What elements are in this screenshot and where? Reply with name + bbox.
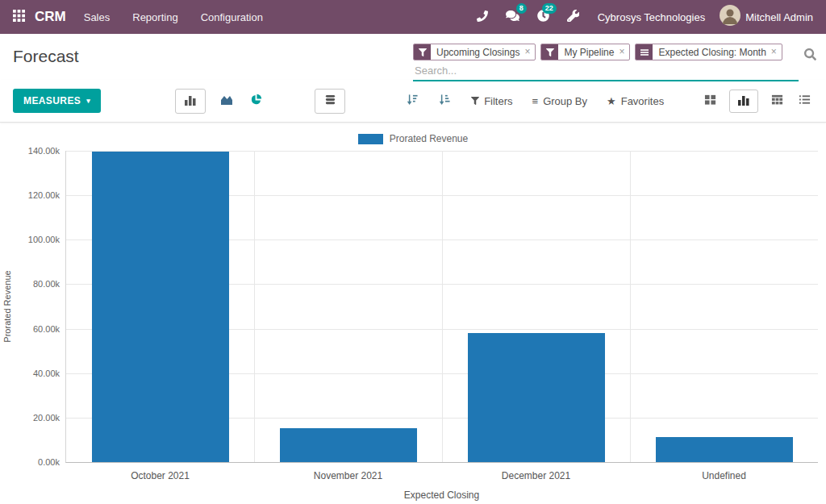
search-magnifier-button[interactable] — [803, 47, 818, 65]
facet-upcoming-closings: Upcoming Closings × — [413, 44, 536, 60]
search-facets: Upcoming Closings × My Pipeline × Expect… — [413, 44, 799, 60]
gridline-vertical — [442, 151, 443, 462]
bar-undefined[interactable] — [656, 437, 793, 462]
star-icon: ★ — [607, 95, 616, 107]
group-by-button[interactable]: ≡ Group By — [532, 95, 588, 107]
x-axis-category-label: December 2021 — [442, 470, 630, 481]
gridline-vertical — [630, 151, 631, 462]
measures-label: MEASURES — [23, 95, 81, 106]
kanban-grid-icon — [704, 94, 716, 108]
search-options-group: Filters ≡ Group By ★ Favorites — [471, 95, 664, 107]
pivot-table-icon — [771, 94, 783, 108]
area-chart-button[interactable] — [218, 91, 236, 110]
support-tools-button[interactable] — [560, 5, 586, 29]
bar-chart-button[interactable] — [175, 89, 206, 114]
facet-label: My Pipeline — [558, 47, 618, 58]
messages-button[interactable]: 8 — [499, 5, 527, 29]
measures-button[interactable]: MEASURES ▾ — [13, 89, 101, 113]
y-axis-tick-label: 60.00k — [19, 323, 60, 335]
sort-descending-button[interactable] — [403, 91, 421, 110]
pie-chart-button[interactable] — [248, 91, 265, 110]
app-name[interactable]: CRM — [35, 9, 66, 25]
y-axis-tick-label: 20.00k — [19, 412, 60, 423]
bar-chart-icon — [184, 94, 197, 109]
sort-descending-icon — [406, 94, 419, 108]
facet-label: Expected Closing: Month — [653, 47, 770, 58]
bar-november-2021[interactable] — [280, 428, 417, 462]
apps-menu-button[interactable] — [8, 5, 30, 29]
top-navbar: CRM Sales Reporting Configuration 8 — [0, 0, 826, 34]
graph-view: Prorated Revenue Prorated Revenue 0.00k2… — [0, 123, 826, 504]
legend-swatch — [358, 134, 383, 144]
stacked-bars-icon — [324, 94, 336, 109]
facet-remove-button[interactable]: × — [770, 44, 782, 60]
facet-expected-closing-month: Expected Closing: Month × — [635, 44, 782, 60]
x-axis-category-label: November 2021 — [254, 470, 442, 481]
gridline-vertical — [254, 151, 255, 462]
messages-badge: 8 — [516, 3, 527, 14]
view-switcher — [702, 90, 813, 113]
main-menu: Sales Reporting Configuration — [73, 2, 274, 33]
plot-area: 0.00k20.00k40.00k60.00k80.00k100.00k120.… — [65, 151, 818, 463]
bar-december-2021[interactable] — [468, 333, 605, 462]
activities-badge: 22 — [542, 3, 557, 14]
caret-down-icon: ▾ — [86, 97, 90, 105]
list-icon — [799, 94, 811, 108]
graph-toolbar: MEASURES ▾ — [0, 80, 826, 123]
favorites-button[interactable]: ★ Favorites — [607, 95, 664, 107]
phone-icon — [477, 10, 488, 24]
company-switcher[interactable]: Cybrosys Technologies — [590, 11, 716, 23]
avatar — [720, 5, 740, 29]
voip-phone-button[interactable] — [469, 6, 495, 29]
y-axis-tick-label: 80.00k — [19, 278, 60, 289]
y-axis-title: Prorated Revenue — [2, 254, 14, 359]
activities-button[interactable]: 22 — [530, 5, 557, 29]
filter-icon — [414, 44, 431, 60]
facet-remove-button[interactable]: × — [524, 44, 535, 60]
graph-view-icon — [737, 94, 750, 109]
pivot-view-button[interactable] — [769, 91, 786, 110]
sort-ascending-button[interactable] — [436, 91, 453, 110]
magnifier-icon — [804, 51, 816, 63]
kanban-view-button[interactable] — [702, 91, 719, 110]
sort-group — [403, 91, 453, 110]
filter-funnel-icon — [471, 95, 479, 107]
filter-icon — [541, 44, 558, 60]
bar-october-2021[interactable] — [92, 152, 229, 462]
filters-label: Filters — [484, 95, 512, 107]
x-axis-title: Expected Closing — [65, 489, 818, 501]
y-axis-tick-label: 100.00k — [19, 234, 60, 245]
apps-grid-icon — [13, 10, 25, 24]
search-input[interactable] — [413, 62, 799, 80]
chart-legend[interactable]: Prorated Revenue — [0, 133, 826, 144]
systray: 8 22 Cybrosys Technologies Mitchell Admi… — [469, 5, 815, 29]
graph-view-button[interactable] — [729, 90, 758, 113]
facet-my-pipeline: My Pipeline × — [540, 44, 630, 60]
control-panel: Forecast Upcoming Closings × My Pipeline… — [0, 34, 826, 80]
legend-label: Prorated Revenue — [390, 133, 468, 144]
group-by-bars-icon: ≡ — [532, 95, 539, 107]
y-axis-tick-label: 40.00k — [19, 368, 60, 379]
stacked-toggle-group — [315, 89, 345, 114]
x-axis-category-label: October 2021 — [66, 470, 254, 481]
favorites-label: Favorites — [621, 95, 664, 107]
pie-chart-icon — [250, 94, 262, 108]
sort-ascending-icon — [438, 94, 451, 108]
y-axis-tick-label: 0.00k — [19, 456, 60, 468]
list-view-button[interactable] — [796, 91, 813, 110]
menu-item-configuration[interactable]: Configuration — [190, 2, 274, 33]
chart-type-group — [175, 89, 265, 114]
y-axis-tick-label: 120.00k — [19, 190, 60, 201]
search-box: Upcoming Closings × My Pipeline × Expect… — [413, 44, 799, 81]
user-menu[interactable]: Mitchell Admin — [720, 5, 815, 29]
wrench-icon — [567, 10, 579, 24]
facet-remove-button[interactable]: × — [618, 44, 629, 60]
crm-forecast-screen: CRM Sales Reporting Configuration 8 — [0, 0, 826, 504]
stacked-toggle-button[interactable] — [315, 89, 345, 114]
group-by-icon — [636, 44, 653, 60]
menu-item-reporting[interactable]: Reporting — [121, 2, 189, 33]
filters-button[interactable]: Filters — [471, 95, 512, 107]
x-axis-category-label: Undefined — [630, 470, 818, 481]
menu-item-sales[interactable]: Sales — [73, 2, 122, 33]
y-axis-tick-label: 140.00k — [19, 145, 60, 156]
